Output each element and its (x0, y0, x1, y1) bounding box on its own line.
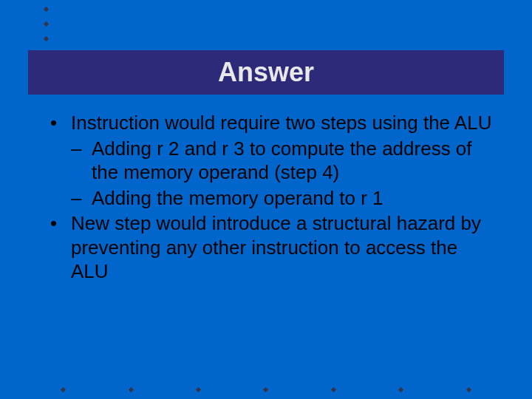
decorative-dots-bottom (0, 388, 532, 392)
bullet-text: Adding the memory operand to r 1 (92, 187, 383, 209)
bullet-text: New step would introduce a structural ha… (71, 212, 481, 282)
decorative-dots-top (44, 7, 48, 41)
diamond-icon (44, 7, 49, 12)
diamond-icon (196, 387, 201, 392)
title-bar: Answer (28, 50, 504, 95)
bullet-subitem: Adding r 2 and r 3 to compute the addres… (50, 137, 495, 185)
diamond-icon (129, 387, 134, 392)
diamond-icon (44, 21, 49, 27)
bullet-text: Instruction would require two steps usin… (71, 112, 491, 134)
bullet-item: New step would introduce a structural ha… (50, 211, 495, 284)
diamond-icon (263, 387, 268, 392)
bullet-text: Adding r 2 and r 3 to compute the addres… (92, 137, 472, 184)
diamond-icon (466, 387, 471, 392)
diamond-icon (331, 387, 336, 392)
slide-title: Answer (218, 57, 314, 88)
diamond-icon (61, 387, 66, 392)
bullet-item: Instruction would require two steps usin… (50, 111, 495, 135)
diamond-icon (398, 387, 403, 392)
diamond-icon (44, 36, 49, 41)
slide-content: Instruction would require two steps usin… (50, 111, 495, 285)
bullet-subitem: Adding the memory operand to r 1 (50, 186, 495, 211)
